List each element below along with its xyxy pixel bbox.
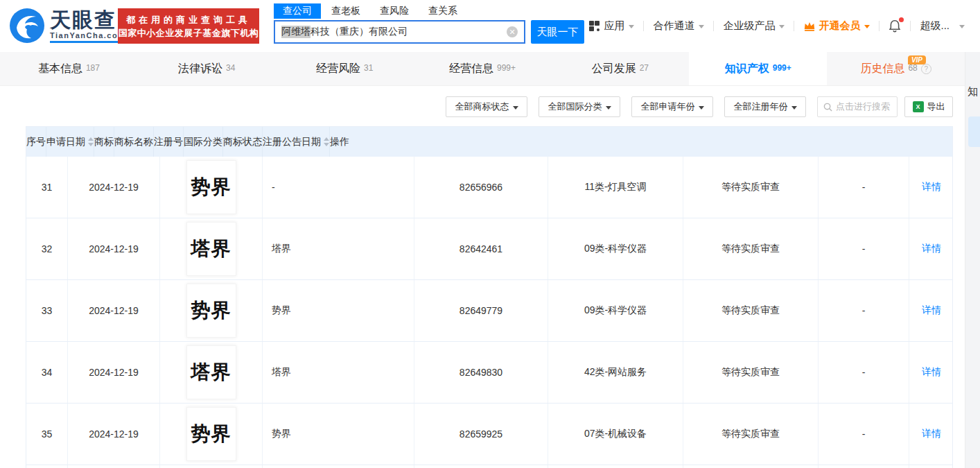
column-header-label: 操作 <box>330 136 349 148</box>
trademark-image[interactable]: 势界 <box>186 407 236 461</box>
cell-action: 详情 <box>909 218 954 279</box>
nav-super-label: 超级... <box>920 19 950 33</box>
trademark-image[interactable]: 势界 <box>186 284 236 338</box>
anchor-item-active-indicator[interactable] <box>968 116 980 147</box>
table-column-header[interactable]: 注册号 <box>154 127 184 157</box>
chevron-down-icon <box>606 106 611 110</box>
cell-publication-date: - <box>819 218 909 279</box>
table-column-header[interactable]: 注册公告日期 <box>263 127 330 157</box>
cell-status: 等待实质审查 <box>683 280 819 341</box>
search-tab-relation[interactable]: 查关系 <box>428 3 457 19</box>
chevron-down-icon <box>959 25 965 28</box>
filter-dropdown[interactable]: 全部申请年份 <box>631 96 713 117</box>
filter-dropdown[interactable]: 全部注册年份 <box>724 96 806 117</box>
column-header-label: 国际分类 <box>184 136 222 148</box>
trademark-image[interactable]: 势界 <box>186 160 236 214</box>
section-tab-label: 经营风险 <box>316 62 360 76</box>
detail-link[interactable]: 详情 <box>922 243 941 255</box>
nav-open-membership[interactable]: 开通会员 <box>803 19 870 33</box>
column-header-label: 序号 <box>26 136 46 148</box>
section-tab-label: 知识产权 <box>725 62 769 76</box>
filter-dropdown-label: 全部商标状态 <box>455 101 509 113</box>
nav-enterprise-label: 企业级产品 <box>723 19 775 33</box>
table-row: 35 2024-12-19 势界 势界 82659925 07类-机械设备 等待… <box>26 404 952 465</box>
nav-super-vip[interactable]: 超级... <box>920 19 965 33</box>
cell-index: 35 <box>26 404 68 465</box>
table-column-header[interactable]: 序号 <box>26 127 46 157</box>
section-tab[interactable]: 经营风险 31 ? <box>276 52 414 85</box>
sort-arrows-icon[interactable] <box>88 137 94 146</box>
header-nav: 应用 合作通道 企业级产品 开通会员 <box>589 19 965 33</box>
cell-registration-number: 82659925 <box>414 404 548 465</box>
nav-divider <box>879 21 880 31</box>
cell-status: 等待实质审查 <box>683 218 819 279</box>
section-tab-count: 34 <box>226 63 235 73</box>
nav-divider <box>910 21 911 31</box>
search-tabs: 查公司 查老板 查风险 查关系 <box>274 3 584 19</box>
tianyancha-logo-icon <box>10 8 44 43</box>
sort-arrows-icon[interactable] <box>324 137 329 146</box>
table-row-partial <box>26 465 952 468</box>
help-icon[interactable]: ? <box>921 64 931 74</box>
cell-trademark-image: 塔界 <box>160 218 263 279</box>
section-tab[interactable]: VIP 历史信息 68 ? <box>827 52 965 85</box>
nav-enterprise-products[interactable]: 企业级产品 <box>723 19 785 33</box>
banner-line2: 国家中小企业发展子基金旗下机构 <box>119 26 259 40</box>
trademark-image[interactable]: 塔界 <box>186 222 236 276</box>
filter-dropdown[interactable]: 全部商标状态 <box>446 96 527 117</box>
cell-index: 34 <box>26 342 68 403</box>
detail-link[interactable]: 详情 <box>922 304 941 317</box>
table-column-header[interactable]: 申请日期 <box>46 127 94 157</box>
nav-partner-channel[interactable]: 合作通道 <box>653 19 704 33</box>
table-column-header[interactable]: 商标名称 <box>114 127 154 157</box>
chevron-down-icon <box>864 25 870 28</box>
search-tab-company[interactable]: 查公司 <box>274 3 321 19</box>
nav-apps[interactable]: 应用 <box>589 19 634 33</box>
nav-apps-label: 应用 <box>604 19 624 33</box>
anchor-item-partial-label[interactable]: 知 <box>968 85 978 98</box>
notifications-button[interactable] <box>889 19 901 33</box>
section-tab[interactable]: 经营信息 999+ ? <box>414 52 552 85</box>
export-button[interactable]: X 导出 <box>904 96 953 117</box>
table-row: 31 2024-12-19 势界 - 82656966 11类-灯具空调 等待实… <box>26 157 952 218</box>
filter-dropdown-label: 全部国际分类 <box>548 101 602 113</box>
detail-link[interactable]: 详情 <box>922 366 941 379</box>
search-input-text: 科技（重庆）有限公司 <box>310 26 408 38</box>
section-tab-count: 27 <box>640 63 649 73</box>
section-tab[interactable]: 公司发展 27 ? <box>551 52 689 85</box>
section-tab[interactable]: 基本信息 187 ? <box>0 52 138 85</box>
promo-banner: 都在用的商业查询工具 国家中小企业发展子基金旗下机构 <box>118 8 259 44</box>
cell-publication-date: - <box>819 404 909 465</box>
column-header-label: 商标名称 <box>114 136 153 148</box>
cell-trademark-image: 势界 <box>160 157 263 218</box>
detail-link[interactable]: 详情 <box>922 428 941 440</box>
table-search-placeholder: 点击进行搜索 <box>836 101 890 113</box>
table-column-header[interactable]: 国际分类 <box>184 127 223 157</box>
search-input[interactable]: 阿维塔科技（重庆）有限公司 ✕ <box>274 20 525 44</box>
tianyancha-logo[interactable]: 天眼查 TianYanCha.com <box>10 8 125 43</box>
search-tab-boss[interactable]: 查老板 <box>331 3 360 19</box>
detail-link[interactable]: 详情 <box>922 181 941 193</box>
cell-action: 详情 <box>909 404 954 465</box>
search-tab-risk[interactable]: 查风险 <box>380 3 409 19</box>
filter-dropdown[interactable]: 全部国际分类 <box>539 96 620 117</box>
section-tab[interactable]: 知识产权 999+ ? <box>689 52 827 85</box>
table-column-header[interactable]: 商标 <box>94 127 114 157</box>
nav-membership-label: 开通会员 <box>819 19 860 33</box>
cell-index: 31 <box>26 157 68 218</box>
apps-grid-icon <box>589 21 600 31</box>
cell-trademark-name: 势界 <box>263 404 414 465</box>
table-column-header[interactable]: 操作 <box>330 127 349 157</box>
section-tab[interactable]: 法律诉讼 34 ? <box>138 52 276 85</box>
cell-intl-class: 11类-灯具空调 <box>548 157 683 218</box>
trademark-image[interactable]: 塔界 <box>186 345 236 399</box>
cell-action: 详情 <box>909 280 954 341</box>
column-header-label: 商标状态 <box>223 136 262 148</box>
table-column-header[interactable]: 商标状态 <box>223 127 263 157</box>
table-search-input[interactable]: 点击进行搜索 <box>817 96 898 117</box>
cell-apply-date: 2024-12-19 <box>68 218 160 279</box>
cell-trademark-image: 塔界 <box>160 342 263 403</box>
clear-search-icon[interactable]: ✕ <box>507 26 518 37</box>
search-submit-button[interactable]: 天眼一下 <box>531 20 584 44</box>
chevron-down-icon <box>699 25 704 28</box>
